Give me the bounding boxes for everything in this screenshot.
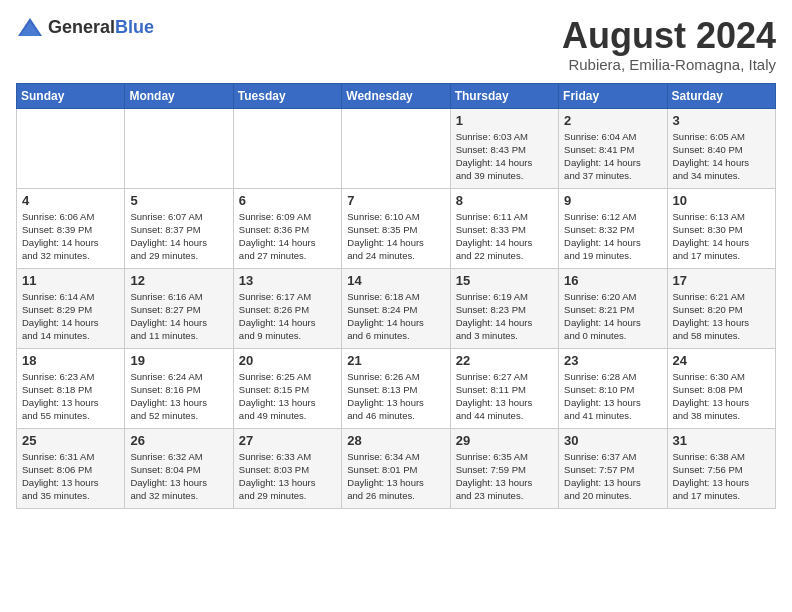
- calendar-day-cell: 23Sunrise: 6:28 AM Sunset: 8:10 PM Dayli…: [559, 348, 667, 428]
- day-number: 12: [130, 273, 227, 288]
- calendar-day-cell: 20Sunrise: 6:25 AM Sunset: 8:15 PM Dayli…: [233, 348, 341, 428]
- calendar-day-cell: 14Sunrise: 6:18 AM Sunset: 8:24 PM Dayli…: [342, 268, 450, 348]
- day-number: 29: [456, 433, 553, 448]
- day-number: 27: [239, 433, 336, 448]
- day-number: 5: [130, 193, 227, 208]
- calendar-week-row: 1Sunrise: 6:03 AM Sunset: 8:43 PM Daylig…: [17, 108, 776, 188]
- weekday-header-cell: Sunday: [17, 83, 125, 108]
- page-header: GeneralBlue August 2024 Rubiera, Emilia-…: [16, 16, 776, 73]
- day-number: 22: [456, 353, 553, 368]
- day-number: 26: [130, 433, 227, 448]
- calendar-week-row: 4Sunrise: 6:06 AM Sunset: 8:39 PM Daylig…: [17, 188, 776, 268]
- day-info: Sunrise: 6:13 AM Sunset: 8:30 PM Dayligh…: [673, 210, 770, 263]
- day-number: 6: [239, 193, 336, 208]
- day-number: 7: [347, 193, 444, 208]
- day-number: 4: [22, 193, 119, 208]
- calendar-day-cell: 10Sunrise: 6:13 AM Sunset: 8:30 PM Dayli…: [667, 188, 775, 268]
- calendar-day-cell: [17, 108, 125, 188]
- calendar-day-cell: 19Sunrise: 6:24 AM Sunset: 8:16 PM Dayli…: [125, 348, 233, 428]
- day-info: Sunrise: 6:35 AM Sunset: 7:59 PM Dayligh…: [456, 450, 553, 503]
- day-info: Sunrise: 6:05 AM Sunset: 8:40 PM Dayligh…: [673, 130, 770, 183]
- day-number: 8: [456, 193, 553, 208]
- day-number: 9: [564, 193, 661, 208]
- day-number: 10: [673, 193, 770, 208]
- day-info: Sunrise: 6:19 AM Sunset: 8:23 PM Dayligh…: [456, 290, 553, 343]
- day-info: Sunrise: 6:16 AM Sunset: 8:27 PM Dayligh…: [130, 290, 227, 343]
- day-number: 15: [456, 273, 553, 288]
- calendar-day-cell: 8Sunrise: 6:11 AM Sunset: 8:33 PM Daylig…: [450, 188, 558, 268]
- calendar-day-cell: 29Sunrise: 6:35 AM Sunset: 7:59 PM Dayli…: [450, 428, 558, 508]
- calendar-day-cell: 13Sunrise: 6:17 AM Sunset: 8:26 PM Dayli…: [233, 268, 341, 348]
- day-number: 19: [130, 353, 227, 368]
- day-info: Sunrise: 6:38 AM Sunset: 7:56 PM Dayligh…: [673, 450, 770, 503]
- calendar-day-cell: [342, 108, 450, 188]
- calendar-day-cell: [125, 108, 233, 188]
- calendar-day-cell: 30Sunrise: 6:37 AM Sunset: 7:57 PM Dayli…: [559, 428, 667, 508]
- day-info: Sunrise: 6:03 AM Sunset: 8:43 PM Dayligh…: [456, 130, 553, 183]
- day-info: Sunrise: 6:04 AM Sunset: 8:41 PM Dayligh…: [564, 130, 661, 183]
- calendar-day-cell: 21Sunrise: 6:26 AM Sunset: 8:13 PM Dayli…: [342, 348, 450, 428]
- calendar-day-cell: 25Sunrise: 6:31 AM Sunset: 8:06 PM Dayli…: [17, 428, 125, 508]
- calendar-day-cell: 15Sunrise: 6:19 AM Sunset: 8:23 PM Dayli…: [450, 268, 558, 348]
- calendar-day-cell: 6Sunrise: 6:09 AM Sunset: 8:36 PM Daylig…: [233, 188, 341, 268]
- calendar-day-cell: 7Sunrise: 6:10 AM Sunset: 8:35 PM Daylig…: [342, 188, 450, 268]
- day-number: 3: [673, 113, 770, 128]
- calendar-week-row: 11Sunrise: 6:14 AM Sunset: 8:29 PM Dayli…: [17, 268, 776, 348]
- day-info: Sunrise: 6:09 AM Sunset: 8:36 PM Dayligh…: [239, 210, 336, 263]
- day-info: Sunrise: 6:27 AM Sunset: 8:11 PM Dayligh…: [456, 370, 553, 423]
- day-info: Sunrise: 6:11 AM Sunset: 8:33 PM Dayligh…: [456, 210, 553, 263]
- calendar-body: 1Sunrise: 6:03 AM Sunset: 8:43 PM Daylig…: [17, 108, 776, 508]
- calendar-day-cell: 2Sunrise: 6:04 AM Sunset: 8:41 PM Daylig…: [559, 108, 667, 188]
- calendar-day-cell: 28Sunrise: 6:34 AM Sunset: 8:01 PM Dayli…: [342, 428, 450, 508]
- day-number: 14: [347, 273, 444, 288]
- day-info: Sunrise: 6:18 AM Sunset: 8:24 PM Dayligh…: [347, 290, 444, 343]
- calendar-day-cell: 4Sunrise: 6:06 AM Sunset: 8:39 PM Daylig…: [17, 188, 125, 268]
- day-number: 20: [239, 353, 336, 368]
- weekday-header-cell: Thursday: [450, 83, 558, 108]
- calendar-day-cell: 31Sunrise: 6:38 AM Sunset: 7:56 PM Dayli…: [667, 428, 775, 508]
- day-info: Sunrise: 6:28 AM Sunset: 8:10 PM Dayligh…: [564, 370, 661, 423]
- day-info: Sunrise: 6:14 AM Sunset: 8:29 PM Dayligh…: [22, 290, 119, 343]
- calendar-day-cell: 16Sunrise: 6:20 AM Sunset: 8:21 PM Dayli…: [559, 268, 667, 348]
- day-number: 25: [22, 433, 119, 448]
- calendar-day-cell: 3Sunrise: 6:05 AM Sunset: 8:40 PM Daylig…: [667, 108, 775, 188]
- day-info: Sunrise: 6:25 AM Sunset: 8:15 PM Dayligh…: [239, 370, 336, 423]
- calendar-week-row: 18Sunrise: 6:23 AM Sunset: 8:18 PM Dayli…: [17, 348, 776, 428]
- day-number: 18: [22, 353, 119, 368]
- day-info: Sunrise: 6:06 AM Sunset: 8:39 PM Dayligh…: [22, 210, 119, 263]
- calendar-day-cell: 27Sunrise: 6:33 AM Sunset: 8:03 PM Dayli…: [233, 428, 341, 508]
- day-info: Sunrise: 6:37 AM Sunset: 7:57 PM Dayligh…: [564, 450, 661, 503]
- logo-general: General: [48, 17, 115, 37]
- calendar-day-cell: 5Sunrise: 6:07 AM Sunset: 8:37 PM Daylig…: [125, 188, 233, 268]
- day-number: 28: [347, 433, 444, 448]
- calendar-day-cell: 22Sunrise: 6:27 AM Sunset: 8:11 PM Dayli…: [450, 348, 558, 428]
- day-number: 23: [564, 353, 661, 368]
- day-number: 2: [564, 113, 661, 128]
- day-info: Sunrise: 6:31 AM Sunset: 8:06 PM Dayligh…: [22, 450, 119, 503]
- calendar-day-cell: [233, 108, 341, 188]
- calendar-title: August 2024: [562, 16, 776, 56]
- day-info: Sunrise: 6:21 AM Sunset: 8:20 PM Dayligh…: [673, 290, 770, 343]
- day-info: Sunrise: 6:17 AM Sunset: 8:26 PM Dayligh…: [239, 290, 336, 343]
- weekday-header-cell: Wednesday: [342, 83, 450, 108]
- calendar-subtitle: Rubiera, Emilia-Romagna, Italy: [562, 56, 776, 73]
- day-info: Sunrise: 6:10 AM Sunset: 8:35 PM Dayligh…: [347, 210, 444, 263]
- day-number: 16: [564, 273, 661, 288]
- day-number: 21: [347, 353, 444, 368]
- day-info: Sunrise: 6:07 AM Sunset: 8:37 PM Dayligh…: [130, 210, 227, 263]
- calendar-day-cell: 9Sunrise: 6:12 AM Sunset: 8:32 PM Daylig…: [559, 188, 667, 268]
- calendar-day-cell: 24Sunrise: 6:30 AM Sunset: 8:08 PM Dayli…: [667, 348, 775, 428]
- day-info: Sunrise: 6:23 AM Sunset: 8:18 PM Dayligh…: [22, 370, 119, 423]
- day-number: 11: [22, 273, 119, 288]
- logo-blue: Blue: [115, 17, 154, 37]
- day-info: Sunrise: 6:26 AM Sunset: 8:13 PM Dayligh…: [347, 370, 444, 423]
- weekday-header-cell: Tuesday: [233, 83, 341, 108]
- title-area: August 2024 Rubiera, Emilia-Romagna, Ita…: [562, 16, 776, 73]
- weekday-header-cell: Monday: [125, 83, 233, 108]
- logo: GeneralBlue: [16, 16, 154, 38]
- day-number: 1: [456, 113, 553, 128]
- weekday-header-row: SundayMondayTuesdayWednesdayThursdayFrid…: [17, 83, 776, 108]
- calendar-day-cell: 18Sunrise: 6:23 AM Sunset: 8:18 PM Dayli…: [17, 348, 125, 428]
- day-number: 17: [673, 273, 770, 288]
- weekday-header-cell: Friday: [559, 83, 667, 108]
